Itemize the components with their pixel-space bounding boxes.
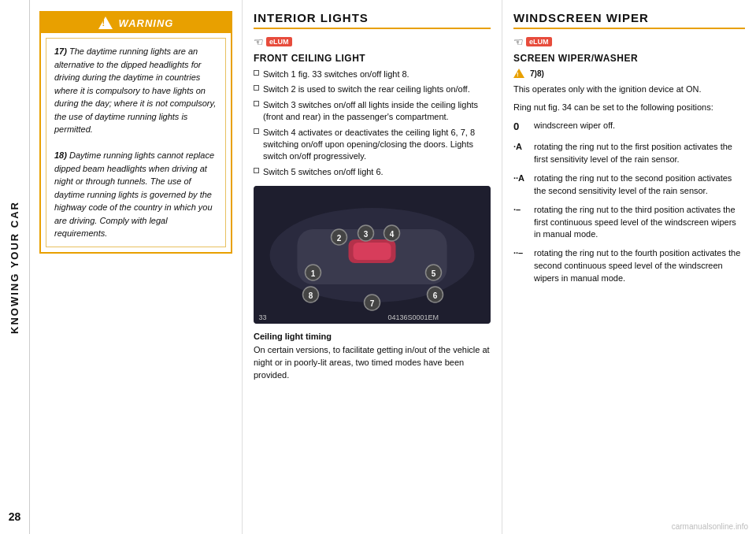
- lum-label-wiper: eLUM: [526, 37, 552, 46]
- footnote-badge: 7)8): [513, 69, 544, 78]
- wiper-body-2: Ring nut fig. 34 can be set to the follo…: [513, 101, 745, 114]
- hand-icon-wiper: ☜: [513, 35, 524, 48]
- hand-icon: ☜: [254, 35, 264, 48]
- bullet-text-4: Switch 4 activates or deactivates the ce…: [263, 127, 491, 163]
- bullet-icon-3: [254, 101, 259, 106]
- warning-body: 17) The daytime running lights are an al…: [46, 38, 226, 247]
- wiper-text-4: rotating the ring nut to the fourth posi…: [534, 247, 745, 285]
- bullet-3: Switch 3 switches on/off all lights insi…: [254, 99, 491, 124]
- interior-lights-title: INTERIOR LIGHTS: [254, 11, 491, 29]
- lum-badge-wiper: ☜ eLUM: [513, 35, 552, 48]
- bullet-4: Switch 4 activates or deactivates the ce…: [254, 127, 491, 163]
- svg-rect-4: [354, 243, 391, 260]
- warning-text-18: 18) Daytime running lights cannot replac…: [54, 150, 214, 238]
- bullet-text-1: Switch 1 fig. 33 switches on/off light 8…: [263, 69, 410, 80]
- warning-text-17: 17) The daytime running lights are an al…: [54, 46, 216, 134]
- svg-text:6: 6: [433, 291, 438, 300]
- wiper-position-0: 0 windscreen wiper off.: [513, 120, 745, 135]
- bullet-icon-1: [254, 70, 259, 76]
- wiper-symbol-3: ·–: [513, 204, 534, 217]
- caption-title: Ceiling light timing: [254, 332, 491, 341]
- svg-text:3: 3: [364, 230, 369, 239]
- warning-box: WARNING 17) The daytime running lights a…: [39, 11, 232, 254]
- front-ceiling-light-title: FRONT CEILING LIGHT: [254, 53, 491, 64]
- main-content: WARNING 17) The daytime running lights a…: [30, 0, 756, 534]
- lum-badge-interior: ☜ eLUM: [254, 35, 292, 48]
- warn-small-icon: [513, 69, 524, 78]
- wiper-symbol-4: ··–: [513, 247, 534, 260]
- svg-text:04136S0001EM: 04136S0001EM: [388, 313, 439, 321]
- page-number: 28: [9, 510, 21, 523]
- middle-column: INTERIOR LIGHTS ☜ eLUM FRONT CEILING LIG…: [243, 0, 502, 534]
- bullet-5: Switch 5 switches on/off light 6.: [254, 166, 491, 178]
- svg-text:5: 5: [432, 269, 436, 278]
- bullet-1: Switch 1 fig. 33 switches on/off light 8…: [254, 69, 491, 80]
- svg-text:2: 2: [337, 234, 342, 243]
- wiper-symbol-0: 0: [513, 120, 534, 135]
- bullet-icon-2: [254, 85, 259, 91]
- warning-title: WARNING: [119, 17, 174, 29]
- wiper-symbol-1: ·A: [513, 141, 534, 154]
- right-column: WINDSCREEN WIPER ☜ eLUM SCREEN WIPER/WAS…: [502, 0, 756, 534]
- screen-wiper-title: SCREEN WIPER/WASHER: [513, 53, 745, 64]
- bullet-icon-5: [254, 168, 259, 173]
- svg-text:7: 7: [370, 299, 375, 308]
- caption-body: On certain versions, to facilitate getti…: [254, 344, 491, 382]
- svg-text:1: 1: [311, 269, 316, 278]
- wiper-symbol-2: ··A: [513, 172, 534, 185]
- bullet-text-2: Switch 2 is used to switch the rear ceil…: [263, 83, 470, 95]
- wiper-position-3: ·– rotating the ring nut to the third po…: [513, 204, 745, 242]
- wiper-positions-list: 0 windscreen wiper off. ·A rotating the …: [513, 120, 745, 285]
- wiper-body-1: This operates only with the ignition dev…: [513, 83, 745, 96]
- diagram-svg: 1 2 3 4 5 6 7: [254, 186, 491, 324]
- bullet-icon-4: [254, 128, 259, 134]
- warning-header: WARNING: [41, 13, 231, 33]
- svg-text:33: 33: [259, 313, 267, 321]
- wiper-text-2: rotating the ring nut to the second posi…: [534, 172, 745, 198]
- svg-text:8: 8: [309, 291, 313, 300]
- lum-label: eLUM: [266, 37, 292, 46]
- wiper-text-3: rotating the ring nut to the third posit…: [534, 204, 745, 242]
- wiper-position-2: ··A rotating the ring nut to the second …: [513, 172, 745, 198]
- wiper-text-1: rotating the ring nut to the first posit…: [534, 141, 745, 166]
- watermark: carmanualsonline.info: [672, 522, 748, 531]
- sidebar: KNOWING YOUR CAR 28: [0, 0, 30, 534]
- windscreen-wiper-title: WINDSCREEN WIPER: [513, 11, 745, 29]
- bullet-text-5: Switch 5 switches on/off light 6.: [263, 166, 384, 178]
- svg-text:4: 4: [390, 230, 395, 239]
- sidebar-label: KNOWING YOUR CAR: [9, 201, 20, 334]
- left-column: WARNING 17) The daytime running lights a…: [30, 0, 243, 534]
- ceiling-light-diagram: 1 2 3 4 5 6 7: [254, 186, 491, 324]
- wiper-position-1: ·A rotating the ring nut to the first po…: [513, 141, 745, 166]
- footnote-number: 7)8): [530, 69, 544, 78]
- bullet-2: Switch 2 is used to switch the rear ceil…: [254, 83, 491, 95]
- bullet-text-3: Switch 3 switches on/off all lights insi…: [263, 99, 491, 124]
- wiper-position-4: ··– rotating the ring nut to the fourth …: [513, 247, 745, 285]
- warning-triangle-icon: [98, 17, 113, 29]
- wiper-text-0: windscreen wiper off.: [534, 120, 745, 132]
